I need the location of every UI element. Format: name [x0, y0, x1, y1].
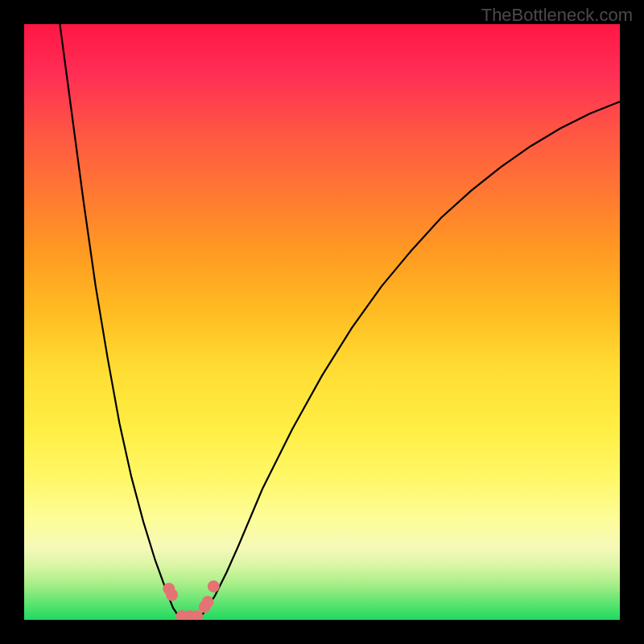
data-marker [208, 580, 220, 592]
data-marker [201, 596, 213, 608]
watermark-text: TheBottleneck.com [481, 5, 633, 26]
chart-container: TheBottleneck.com [0, 0, 644, 644]
left-curve [60, 24, 191, 620]
plot-area [24, 24, 620, 620]
curves-svg [24, 24, 620, 620]
data-markers [163, 580, 220, 620]
right-curve [191, 101, 620, 620]
data-marker [166, 588, 178, 601]
